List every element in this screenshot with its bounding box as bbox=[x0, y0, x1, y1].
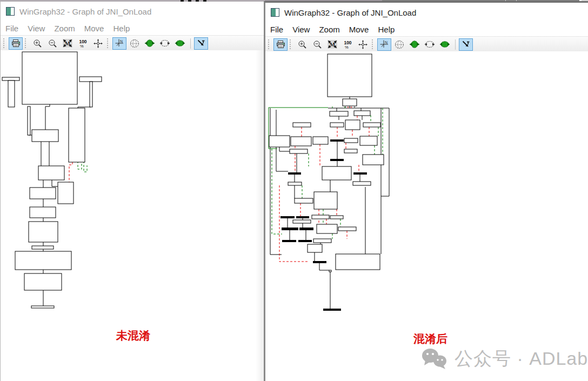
flow-node-collapsed[interactable] bbox=[330, 159, 344, 161]
flow-node[interactable] bbox=[345, 120, 360, 130]
pointer-mode-button[interactable] bbox=[194, 37, 208, 50]
flow-node[interactable] bbox=[343, 99, 357, 106]
flow-node[interactable] bbox=[28, 106, 30, 135]
layout-ellipse-scroll-button[interactable] bbox=[173, 37, 187, 50]
menu-item-view[interactable]: View bbox=[291, 24, 316, 35]
zoom-out-button[interactable] bbox=[310, 38, 324, 51]
flow-node[interactable] bbox=[295, 198, 313, 203]
flow-node[interactable] bbox=[24, 273, 62, 290]
flow-node[interactable] bbox=[30, 188, 56, 199]
menu-item-file[interactable]: File bbox=[4, 23, 24, 34]
flow-node[interactable] bbox=[363, 123, 380, 127]
toolbar-grip[interactable] bbox=[107, 38, 110, 48]
center-button[interactable] bbox=[91, 37, 105, 50]
flow-node[interactable] bbox=[30, 207, 56, 218]
flow-node-collapsed[interactable] bbox=[313, 261, 326, 263]
print-button[interactable] bbox=[9, 37, 23, 50]
flow-node[interactable] bbox=[338, 227, 356, 231]
flow-node[interactable] bbox=[308, 244, 322, 252]
flow-node[interactable] bbox=[344, 138, 358, 143]
flow-node[interactable] bbox=[330, 216, 343, 219]
layout-sphere-scroll-button[interactable] bbox=[407, 38, 422, 51]
flow-node-collapsed[interactable] bbox=[330, 139, 344, 142]
flow-node[interactable] bbox=[330, 123, 344, 127]
flow-node-collapsed[interactable] bbox=[282, 228, 298, 230]
print-button[interactable] bbox=[273, 38, 288, 51]
menu-item-zoom[interactable]: Zoom bbox=[317, 24, 345, 35]
flow-node[interactable] bbox=[363, 155, 384, 165]
flow-node[interactable] bbox=[2, 77, 19, 81]
flow-node-collapsed[interactable] bbox=[299, 228, 313, 230]
zoom-fit-button[interactable]: M bbox=[325, 38, 339, 51]
flow-node[interactable] bbox=[293, 220, 311, 223]
graph-canvas[interactable]: 未混淆 bbox=[1, 50, 264, 381]
zoom-in-button[interactable] bbox=[295, 38, 309, 51]
layout-axes-button[interactable]: N bbox=[112, 37, 126, 50]
menu-item-move[interactable]: Move bbox=[83, 23, 110, 34]
flow-node[interactable] bbox=[312, 215, 329, 219]
flow-node-collapsed[interactable] bbox=[323, 309, 341, 311]
flow-node[interactable] bbox=[38, 166, 64, 180]
flow-node-collapsed[interactable] bbox=[298, 240, 312, 242]
zoom-fit-button[interactable]: M bbox=[61, 37, 75, 50]
flow-node[interactable] bbox=[328, 54, 372, 97]
flow-node[interactable] bbox=[8, 81, 15, 107]
flow-node[interactable] bbox=[344, 149, 357, 153]
flow-node[interactable] bbox=[58, 182, 74, 204]
flow-node-collapsed[interactable] bbox=[353, 172, 367, 175]
flow-node[interactable] bbox=[336, 254, 380, 270]
flow-node[interactable] bbox=[330, 111, 348, 116]
layout-sphere-button[interactable] bbox=[392, 38, 406, 51]
title-bar[interactable]: WinGraph32 - Graph of JNI_OnLoad bbox=[1, 2, 264, 21]
flow-node[interactable] bbox=[353, 182, 371, 185]
flow-node[interactable] bbox=[293, 123, 311, 127]
toolbar-grip[interactable] bbox=[372, 39, 375, 49]
flow-node[interactable] bbox=[269, 136, 290, 147]
toolbar-grip[interactable] bbox=[290, 39, 292, 49]
flow-node-collapsed[interactable] bbox=[282, 240, 296, 242]
flow-node-collapsed[interactable] bbox=[280, 216, 295, 218]
menu-item-zoom[interactable]: Zoom bbox=[52, 23, 81, 34]
flow-node[interactable] bbox=[90, 82, 92, 107]
layout-ellipse-scroll-button[interactable] bbox=[438, 38, 452, 51]
toolbar-grip[interactable] bbox=[3, 38, 6, 48]
layout-sphere-button[interactable] bbox=[128, 37, 142, 50]
flow-node-collapsed[interactable] bbox=[296, 216, 309, 218]
toolbar-grip[interactable] bbox=[268, 39, 271, 49]
flow-node[interactable] bbox=[32, 130, 58, 142]
flow-node[interactable] bbox=[291, 137, 311, 146]
layout-ellipse-button[interactable] bbox=[423, 38, 437, 51]
flow-node[interactable] bbox=[290, 149, 308, 153]
pointer-mode-button[interactable] bbox=[459, 38, 473, 51]
flow-node-collapsed[interactable] bbox=[288, 172, 301, 175]
flow-node[interactable] bbox=[32, 246, 54, 249]
layout-axes-button[interactable]: N bbox=[377, 38, 391, 51]
menu-item-move[interactable]: Move bbox=[348, 24, 375, 35]
flow-node[interactable] bbox=[329, 270, 331, 272]
graph-canvas[interactable]: 混淆后 公众号 · ADLab bbox=[265, 51, 588, 381]
flow-node[interactable] bbox=[317, 224, 337, 233]
menu-item-help[interactable]: Help bbox=[376, 24, 400, 35]
zoom-100-button[interactable]: 100% bbox=[340, 38, 355, 51]
flow-node[interactable] bbox=[69, 108, 85, 162]
layout-sphere-scroll-button[interactable] bbox=[143, 37, 157, 50]
flow-node[interactable] bbox=[288, 182, 302, 185]
menu-item-help[interactable]: Help bbox=[111, 23, 136, 34]
zoom-in-button[interactable] bbox=[30, 37, 44, 50]
flow-node[interactable] bbox=[354, 111, 370, 116]
flow-node[interactable] bbox=[29, 222, 58, 242]
zoom-100-button[interactable]: 100% bbox=[76, 37, 90, 50]
zoom-out-button[interactable] bbox=[45, 37, 59, 50]
flow-node[interactable] bbox=[15, 251, 71, 270]
flow-node[interactable] bbox=[322, 166, 351, 180]
flow-node[interactable] bbox=[360, 136, 377, 145]
flow-node[interactable] bbox=[313, 137, 328, 144]
title-bar[interactable]: WinGraph32 - Graph of JNI_OnLoad bbox=[265, 3, 588, 22]
toolbar-grip[interactable] bbox=[25, 38, 28, 48]
flow-node[interactable] bbox=[31, 306, 54, 308]
flow-node[interactable] bbox=[313, 239, 331, 243]
menu-item-file[interactable]: File bbox=[269, 24, 289, 35]
flow-node[interactable] bbox=[79, 77, 102, 82]
center-button[interactable] bbox=[356, 38, 370, 51]
flow-node[interactable] bbox=[22, 52, 77, 104]
